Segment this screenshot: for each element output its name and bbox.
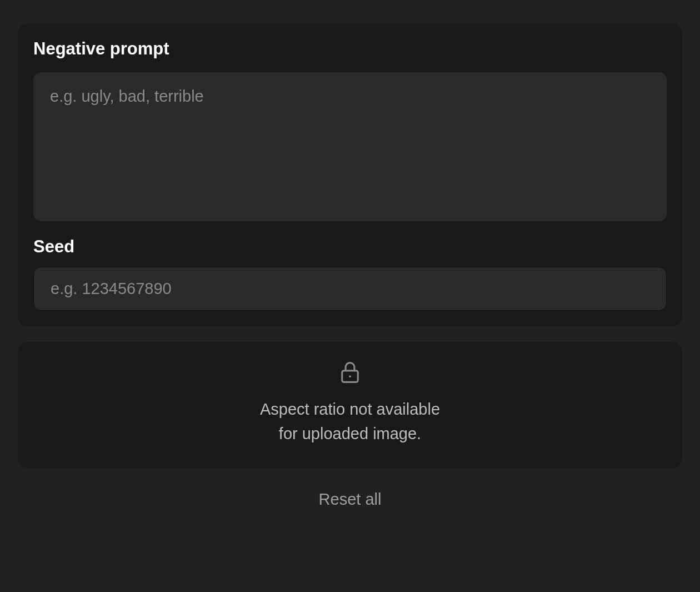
negative-prompt-heading: Negative prompt <box>33 39 667 59</box>
aspect-ratio-message-line2: for uploaded image. <box>260 422 440 446</box>
lock-icon <box>339 361 361 384</box>
negative-prompt-input-wrap <box>33 72 667 221</box>
seed-input[interactable] <box>34 267 666 310</box>
seed-heading: Seed <box>33 237 667 257</box>
negative-prompt-input[interactable] <box>33 72 667 219</box>
aspect-ratio-message-line1: Aspect ratio not available <box>260 397 440 422</box>
aspect-ratio-card: Aspect ratio not available for uploaded … <box>18 342 682 468</box>
aspect-ratio-message: Aspect ratio not available for uploaded … <box>260 397 440 446</box>
reset-row: Reset all <box>18 481 682 513</box>
seed-input-wrap <box>33 267 667 311</box>
svg-point-1 <box>349 375 351 377</box>
reset-all-button[interactable]: Reset all <box>310 486 391 513</box>
prompt-settings-card: Negative prompt Seed <box>18 23 682 326</box>
